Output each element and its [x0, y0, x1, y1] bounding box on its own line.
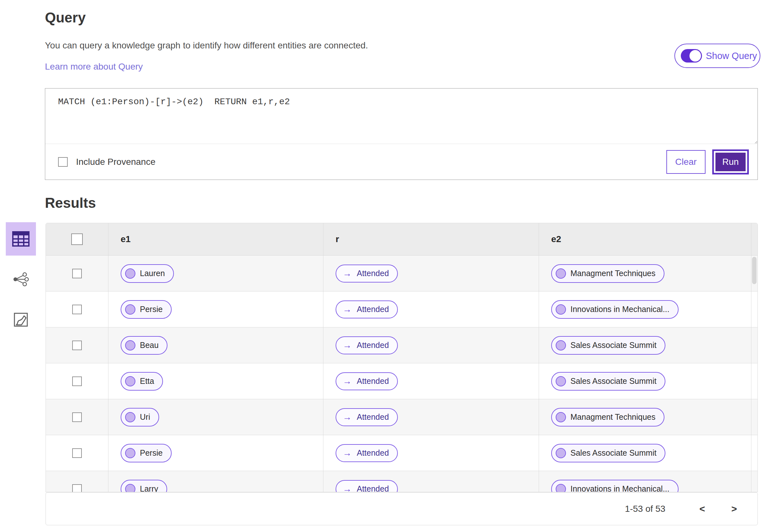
table-row: Persie → Attended Sales Associate Summit	[46, 435, 757, 471]
table-row: Persie → Attended Innovations in Mechani…	[46, 291, 757, 327]
chevron-right-icon[interactable]: >	[726, 500, 742, 518]
row-e1-cell: Persie	[108, 435, 323, 471]
row-checkbox[interactable]	[72, 448, 82, 458]
column-header-e1[interactable]: e1	[108, 223, 323, 255]
entity-node-icon	[125, 412, 135, 422]
clear-button[interactable]: Clear	[666, 150, 706, 174]
map-view-button[interactable]	[6, 303, 36, 336]
entity-pill[interactable]: Sales Associate Summit	[551, 372, 665, 391]
relation-pill[interactable]: → Attended	[335, 480, 398, 493]
entity-pill[interactable]: Persie	[121, 300, 172, 319]
select-all-checkbox[interactable]	[71, 233, 83, 245]
pagination-bar: 1-53 of 53 < >	[46, 492, 758, 525]
table-header-row: e1 r e2	[46, 223, 757, 255]
entity-node-icon	[125, 268, 135, 279]
row-checkbox-cell	[46, 327, 108, 363]
network-view-icon	[12, 272, 30, 287]
row-checkbox[interactable]	[72, 484, 82, 493]
entity-pill[interactable]: Sales Associate Summit	[551, 444, 665, 462]
table-scrollbar[interactable]	[751, 223, 757, 492]
chevron-left-icon[interactable]: <	[694, 500, 710, 518]
row-checkbox-cell	[46, 399, 108, 435]
entity-node-icon	[556, 268, 566, 279]
row-e2-cell: Sales Associate Summit	[539, 327, 758, 363]
run-button[interactable]: Run	[714, 151, 747, 173]
query-description: You can query a knowledge graph to ident…	[45, 40, 368, 51]
show-query-label: Show Query	[706, 51, 757, 61]
row-e1-cell: Persie	[108, 291, 323, 327]
row-checkbox[interactable]	[72, 376, 82, 386]
row-e2-cell: Innovations in Mechanical...	[539, 471, 758, 492]
entity-node-icon	[125, 304, 135, 315]
query-editor-panel: MATCH (e1:Person)-[r]->(e2) RETURN e1,r,…	[45, 88, 758, 180]
entity-pill[interactable]: Persie	[121, 444, 172, 462]
row-e1-cell: Larry	[108, 471, 323, 492]
row-e1-cell: Lauren	[108, 256, 323, 291]
row-checkbox[interactable]	[72, 305, 82, 314]
row-r-cell: → Attended	[323, 256, 539, 291]
arrow-right-icon: →	[343, 305, 351, 314]
entity-node-icon	[556, 340, 566, 350]
row-e1-cell: Beau	[108, 327, 323, 363]
entity-pill[interactable]: Uri	[121, 408, 159, 426]
row-r-cell: → Attended	[323, 327, 539, 363]
entity-node-icon	[556, 376, 566, 386]
relation-pill[interactable]: → Attended	[335, 372, 398, 390]
show-query-toggle-button[interactable]: Show Query	[674, 44, 760, 68]
table-body: Lauren → Attended Managment Techniques P…	[46, 255, 757, 492]
column-header-r[interactable]: r	[323, 223, 539, 255]
entity-pill[interactable]: Innovations in Mechanical...	[551, 300, 679, 319]
row-e2-cell: Sales Associate Summit	[539, 363, 758, 399]
include-provenance-checkbox[interactable]	[58, 157, 68, 167]
row-checkbox-cell	[46, 363, 108, 399]
network-view-button[interactable]	[6, 263, 36, 296]
table-row: Beau → Attended Sales Associate Summit	[46, 327, 757, 363]
entity-pill[interactable]: Innovations in Mechanical...	[551, 480, 679, 493]
entity-node-icon	[125, 484, 135, 493]
relation-pill[interactable]: → Attended	[335, 300, 398, 318]
toggle-knob	[690, 50, 701, 62]
relation-pill[interactable]: → Attended	[335, 336, 398, 354]
row-checkbox-cell	[46, 471, 108, 492]
entity-node-icon	[556, 304, 566, 315]
row-checkbox[interactable]	[72, 269, 82, 278]
entity-pill[interactable]: Lauren	[121, 264, 174, 283]
arrow-right-icon: →	[343, 377, 351, 386]
column-header-e2[interactable]: e2	[539, 223, 758, 255]
entity-pill[interactable]: Managment Techniques	[551, 264, 664, 283]
arrow-right-icon: →	[343, 413, 351, 422]
table-view-button[interactable]	[6, 222, 36, 256]
row-r-cell: → Attended	[323, 399, 539, 435]
table-row: Lauren → Attended Managment Techniques	[46, 255, 757, 291]
entity-pill[interactable]: Managment Techniques	[551, 408, 664, 426]
row-checkbox[interactable]	[72, 341, 82, 350]
toggle-on-icon[interactable]	[681, 49, 702, 63]
scrollbar-thumb[interactable]	[752, 257, 757, 284]
row-e2-cell: Managment Techniques	[539, 256, 758, 291]
entity-node-icon	[556, 484, 566, 493]
table-row: Uri → Attended Managment Techniques	[46, 399, 757, 435]
pagination-range: 1-53 of 53	[625, 504, 665, 514]
row-r-cell: → Attended	[323, 471, 539, 492]
learn-more-link[interactable]: Learn more about Query	[45, 62, 143, 72]
row-r-cell: → Attended	[323, 435, 539, 471]
header-checkbox-cell	[46, 223, 108, 255]
relation-pill[interactable]: → Attended	[335, 408, 398, 426]
row-checkbox-cell	[46, 256, 108, 291]
table-row: Larry → Attended Innovations in Mechanic…	[46, 471, 757, 492]
entity-pill[interactable]: Sales Associate Summit	[551, 336, 665, 355]
arrow-right-icon: →	[343, 269, 351, 278]
arrow-right-icon: →	[343, 449, 351, 458]
row-e2-cell: Managment Techniques	[539, 399, 758, 435]
row-r-cell: → Attended	[323, 291, 539, 327]
row-checkbox[interactable]	[72, 412, 82, 422]
arrow-right-icon: →	[343, 341, 351, 350]
row-e2-cell: Sales Associate Summit	[539, 435, 758, 471]
relation-pill[interactable]: → Attended	[335, 444, 398, 462]
query-input[interactable]: MATCH (e1:Person)-[r]->(e2) RETURN e1,r,…	[45, 89, 757, 144]
entity-pill[interactable]: Larry	[121, 480, 167, 493]
table-view-icon	[12, 231, 30, 247]
entity-pill[interactable]: Beau	[121, 336, 167, 355]
relation-pill[interactable]: → Attended	[335, 265, 398, 283]
entity-pill[interactable]: Etta	[121, 372, 163, 391]
